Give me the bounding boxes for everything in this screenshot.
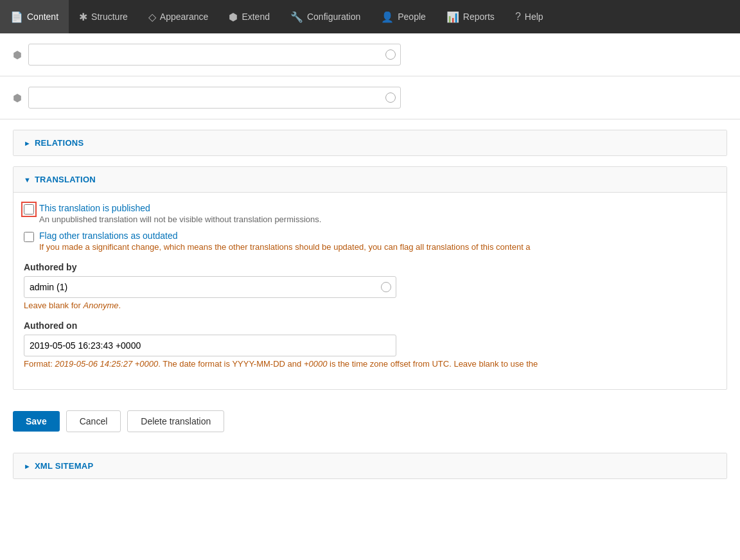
nav-people[interactable]: 👤 People <box>371 0 436 33</box>
published-checkbox-row: This translation is published An unpubli… <box>24 203 716 224</box>
authored-by-label: Authored by <box>24 262 716 272</box>
authored-by-circle-icon <box>381 282 391 292</box>
outdated-checkbox-content: Flag other translations as outdated If y… <box>39 231 531 252</box>
nav-people-label: People <box>398 12 426 22</box>
authored-by-group: Authored by Leave blank for Anonyme. <box>24 262 716 310</box>
cancel-button[interactable]: Cancel <box>66 410 121 432</box>
translation-chevron-down-icon: ▼ <box>24 176 31 184</box>
structure-icon: ✱ <box>79 11 87 23</box>
nav-appearance-label: Appearance <box>160 12 209 22</box>
xml-sitemap-chevron-right-icon: ► <box>24 462 31 470</box>
nav-reports-label: Reports <box>463 12 495 22</box>
appearance-icon: ◇ <box>148 11 156 23</box>
drag-row-1: ⬢ <box>0 33 740 76</box>
drag-input-1[interactable] <box>28 44 401 66</box>
top-nav: 📄 Content ✱ Structure ◇ Appearance ⬢ Ext… <box>0 0 740 33</box>
translation-header[interactable]: ▼ TRANSLATION <box>13 167 727 193</box>
drag-row-2: ⬢ <box>0 76 740 119</box>
nav-content[interactable]: 📄 Content <box>0 0 69 33</box>
format-note-mid: . The date format is YYYY-MM-DD and <box>158 359 304 369</box>
nav-appearance[interactable]: ◇ Appearance <box>138 0 219 33</box>
authored-by-note-italic: Anonyme <box>84 301 119 310</box>
outdated-desc: If you made a significant change, which … <box>39 242 531 252</box>
published-desc: An unpublished translation will not be v… <box>39 214 321 224</box>
translation-panel: ▼ TRANSLATION This translation is publis… <box>13 166 727 390</box>
authored-by-note-suffix: . <box>118 301 121 310</box>
nav-structure[interactable]: ✱ Structure <box>69 0 138 33</box>
nav-extend[interactable]: ⬢ Extend <box>218 0 280 33</box>
nav-extend-label: Extend <box>242 12 270 22</box>
authored-by-note: Leave blank for Anonyme. <box>24 301 716 310</box>
translation-body: This translation is published An unpubli… <box>13 193 727 389</box>
nav-structure-label: Structure <box>91 12 128 22</box>
input-circle-2 <box>385 92 396 103</box>
relations-header[interactable]: ► RELATIONS <box>13 130 727 155</box>
format-note-prefix: Format: <box>24 359 55 369</box>
authored-on-input[interactable] <box>24 335 396 356</box>
nav-help-label: Help <box>525 12 543 22</box>
drag-input-wrapper-1 <box>28 44 401 66</box>
extend-icon: ⬢ <box>229 11 238 23</box>
authored-on-input-wrapper <box>24 335 396 356</box>
format-note-example: 2019-05-06 14:25:27 +0000 <box>55 359 158 369</box>
relations-chevron-right-icon: ► <box>24 139 31 147</box>
authored-by-note-prefix: Leave blank for <box>24 301 84 310</box>
drag-input-2[interactable] <box>28 87 401 109</box>
help-icon: ? <box>515 11 521 22</box>
xml-sitemap-panel: ► XML SITEMAP <box>13 453 727 479</box>
translation-title: TRANSLATION <box>35 175 96 184</box>
authored-on-label: Authored on <box>24 320 716 331</box>
people-icon: 👤 <box>381 11 394 23</box>
format-note-suffix: is the time zone offset from UTC. Leave … <box>327 359 538 369</box>
delete-translation-button[interactable]: Delete translation <box>127 410 224 432</box>
outdated-checkbox[interactable] <box>24 232 34 242</box>
drag-handle-2[interactable]: ⬢ <box>13 92 22 104</box>
format-note-offset: +0000 <box>304 359 328 369</box>
published-checkbox-content: This translation is published An unpubli… <box>39 203 321 224</box>
relations-title: RELATIONS <box>35 138 84 148</box>
input-circle-1 <box>385 49 396 60</box>
content-icon: 📄 <box>10 11 23 23</box>
authored-by-input-wrapper <box>24 276 396 298</box>
nav-configuration[interactable]: 🔧 Configuration <box>280 0 371 33</box>
relations-panel: ► RELATIONS <box>13 130 727 156</box>
xml-sitemap-header[interactable]: ► XML SITEMAP <box>13 453 727 478</box>
nav-help[interactable]: ? Help <box>505 0 554 33</box>
outdated-checkbox-row: Flag other translations as outdated If y… <box>24 231 716 252</box>
xml-sitemap-title: XML SITEMAP <box>35 461 93 471</box>
action-buttons: Save Cancel Delete translation <box>0 400 740 442</box>
authored-on-format-note: Format: 2019-05-06 14:25:27 +0000. The d… <box>24 359 716 369</box>
nav-reports[interactable]: 📊 Reports <box>436 0 505 33</box>
outdated-label: Flag other translations as outdated <box>39 231 531 241</box>
published-label: This translation is published <box>39 203 321 213</box>
drag-handle-1[interactable]: ⬢ <box>13 49 22 61</box>
drag-input-wrapper-2 <box>28 87 401 109</box>
main-content: ⬢ ⬢ ► RELATIONS ▼ TRANSLATION <box>0 33 740 560</box>
authored-on-group: Authored on Format: 2019-05-06 14:25:27 … <box>24 320 716 369</box>
reports-icon: 📊 <box>446 11 459 23</box>
authored-by-input[interactable] <box>24 276 396 298</box>
nav-configuration-label: Configuration <box>307 12 360 22</box>
save-button[interactable]: Save <box>13 411 60 432</box>
nav-content-label: Content <box>27 12 58 22</box>
configuration-icon: 🔧 <box>290 11 303 23</box>
published-checkbox[interactable] <box>24 204 34 214</box>
